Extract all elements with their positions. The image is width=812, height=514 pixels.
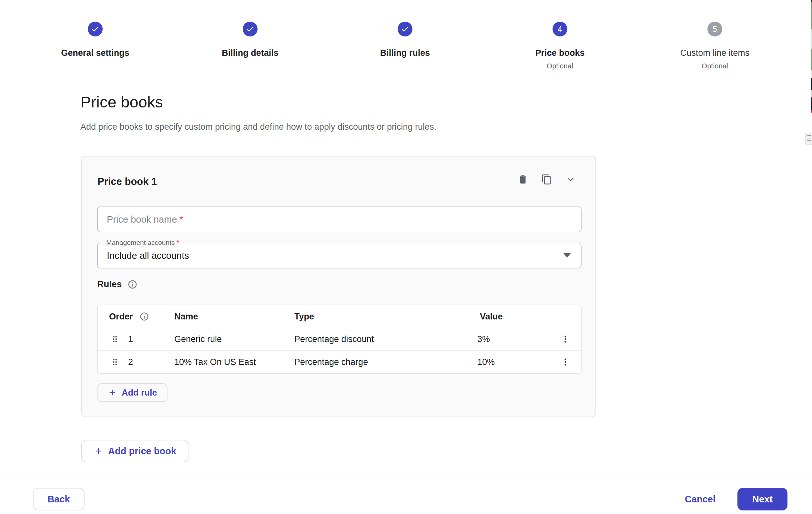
- rule-order: 2: [128, 357, 133, 367]
- rule-order: 1: [128, 334, 133, 344]
- trash-icon: [517, 174, 528, 185]
- step-circle: [88, 22, 103, 36]
- check-icon: [245, 25, 255, 34]
- price-book-name-placeholder: Price book name: [107, 214, 177, 225]
- rules-info-icon[interactable]: [127, 279, 138, 290]
- required-asterisk: *: [179, 214, 183, 225]
- duplicate-price-book-button[interactable]: [541, 173, 553, 185]
- copy-icon: [541, 174, 552, 185]
- back-button[interactable]: Back: [33, 488, 85, 510]
- rules-header: Rules: [97, 279, 138, 290]
- footer-actions: Cancel Next: [683, 488, 787, 510]
- stepper-step-3[interactable]: Billing rules: [357, 22, 454, 58]
- rule-table-row: 2 10% Tax On US East Percentage charge 1…: [98, 351, 581, 373]
- stepper-step-4[interactable]: 4 Price books Optional: [512, 22, 608, 70]
- check-icon: [91, 25, 100, 34]
- rule-table-row: 1 Generic rule Percentage discount 3%: [98, 328, 581, 351]
- next-button[interactable]: Next: [737, 488, 787, 510]
- column-header-type: Type: [294, 312, 477, 322]
- step-sublabel: Optional: [547, 62, 573, 70]
- rules-table-header: Order Name Type Value: [98, 305, 581, 328]
- rule-value: 3%: [477, 334, 550, 344]
- price-book-card-actions: [517, 173, 577, 185]
- delete-price-book-button[interactable]: [517, 173, 529, 185]
- plus-icon: [108, 388, 117, 397]
- dropdown-arrow-icon: [563, 253, 571, 258]
- required-asterisk: *: [176, 238, 179, 246]
- rule-name: 10% Tax On US East: [174, 357, 294, 367]
- chevron-down-icon: [565, 174, 576, 185]
- step-label: Custom line items: [680, 48, 750, 58]
- step-label: General settings: [61, 48, 129, 58]
- page-title: Price books: [80, 93, 163, 111]
- check-icon: [401, 25, 410, 34]
- price-books-wizard-page: General settings Billing details Billing…: [0, 0, 812, 514]
- rule-name: Generic rule: [174, 334, 294, 344]
- footer-divider: [0, 476, 812, 476]
- rule-actions-kebab-icon[interactable]: [559, 356, 572, 368]
- step-sublabel: Optional: [702, 62, 728, 70]
- column-header-value: Value: [477, 312, 550, 322]
- management-accounts-value: Include all accounts: [107, 250, 189, 261]
- rules-table: Order Name Type Value 1 Generic rule Per…: [97, 305, 582, 374]
- management-accounts-label: Management accounts *: [103, 238, 182, 246]
- screen-edge-artifact: [805, 133, 812, 145]
- price-book-name-input[interactable]: Price book name *: [97, 207, 582, 232]
- rule-type: Percentage discount: [294, 334, 477, 344]
- column-header-name: Name: [174, 312, 294, 322]
- page-subtitle: Add price books to specify custom pricin…: [80, 122, 436, 132]
- rule-actions-kebab-icon[interactable]: [559, 333, 572, 345]
- step-circle: [398, 22, 412, 36]
- rules-title: Rules: [97, 279, 122, 290]
- rule-value: 10%: [477, 357, 550, 367]
- step-label: Price books: [535, 48, 584, 58]
- stepper-step-5[interactable]: 5 Custom line items Optional: [666, 22, 763, 70]
- step-label: Billing details: [222, 48, 279, 58]
- step-circle: 5: [707, 22, 722, 36]
- order-info-icon[interactable]: [139, 312, 149, 321]
- collapse-price-book-button[interactable]: [564, 173, 577, 185]
- stepper: General settings Billing details Billing…: [0, 0, 812, 84]
- rule-type: Percentage charge: [294, 357, 477, 367]
- step-number: 5: [713, 25, 717, 34]
- step-number: 4: [558, 25, 562, 34]
- stepper-step-1[interactable]: General settings: [47, 22, 144, 58]
- management-accounts-select[interactable]: Management accounts * Include all accoun…: [97, 243, 582, 268]
- cancel-button[interactable]: Cancel: [683, 494, 718, 505]
- step-circle: 4: [553, 22, 568, 36]
- price-book-card: Price book 1 Price book name * Managemen…: [81, 156, 596, 417]
- plus-icon: [94, 446, 103, 456]
- drag-handle-icon[interactable]: [110, 357, 120, 367]
- step-circle: [243, 22, 258, 36]
- add-price-book-button[interactable]: Add price book: [81, 440, 188, 462]
- drag-handle-icon[interactable]: [110, 334, 120, 344]
- price-book-card-title: Price book 1: [97, 176, 157, 187]
- stepper-step-2[interactable]: Billing details: [202, 22, 298, 58]
- step-label: Billing rules: [380, 48, 430, 58]
- add-rule-button[interactable]: Add rule: [97, 383, 168, 402]
- column-header-order: Order: [109, 312, 133, 322]
